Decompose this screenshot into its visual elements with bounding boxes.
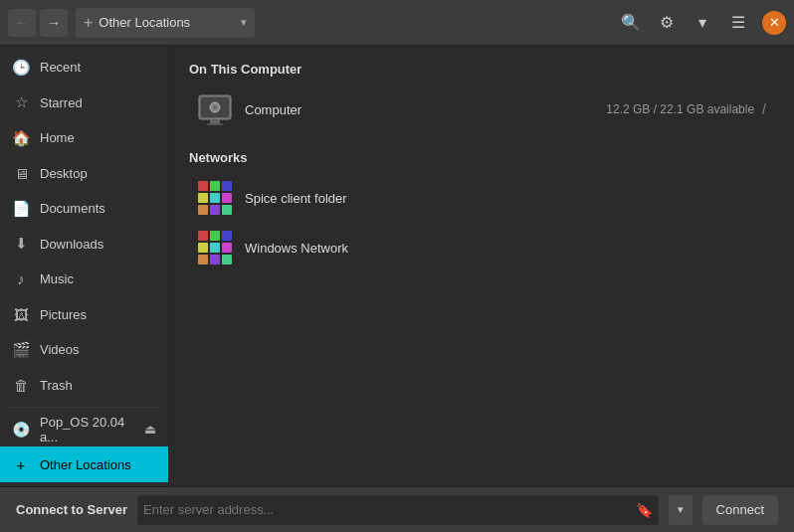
- location-label: Other Locations: [99, 15, 190, 30]
- spice-client-item[interactable]: Spice client folder: [189, 173, 774, 223]
- svg-rect-13: [210, 205, 220, 215]
- sidebar-item-documents[interactable]: 📄 Documents: [0, 191, 168, 227]
- location-bar[interactable]: + Other Locations ▾: [76, 8, 255, 38]
- sidebar-item-downloads[interactable]: ⬇ Downloads: [0, 227, 168, 263]
- svg-rect-23: [222, 255, 232, 265]
- svg-rect-7: [210, 181, 220, 191]
- sidebar-item-music[interactable]: ♪ Music: [0, 262, 168, 297]
- svg-rect-18: [198, 243, 208, 253]
- view-options-icon: ⚙: [660, 13, 674, 32]
- sidebar-label-videos: Videos: [40, 342, 80, 357]
- location-chevron-icon: ▾: [241, 16, 247, 29]
- view-options-button[interactable]: ⚙: [651, 7, 683, 39]
- connect-button[interactable]: Connect: [702, 495, 778, 525]
- svg-rect-12: [198, 205, 208, 215]
- sidebar-item-trash[interactable]: 🗑 Trash: [0, 368, 168, 404]
- windows-network-icon: [197, 230, 233, 266]
- sidebar-item-recent[interactable]: 🕒 Recent: [0, 50, 168, 86]
- other-locations-icon: +: [12, 456, 30, 473]
- sidebar-label-documents: Documents: [40, 201, 105, 216]
- svg-rect-10: [210, 193, 220, 203]
- svg-rect-22: [210, 255, 220, 265]
- hamburger-icon: ☰: [731, 13, 745, 32]
- connect-label: Connect to Server: [16, 502, 127, 517]
- svg-rect-19: [210, 243, 220, 253]
- svg-rect-8: [222, 181, 232, 191]
- svg-rect-21: [198, 255, 208, 265]
- videos-icon: 🎬: [12, 341, 30, 359]
- sidebar-label-trash: Trash: [40, 378, 73, 393]
- forward-button[interactable]: →: [40, 9, 68, 37]
- disk-icon: 💿: [12, 421, 30, 439]
- sidebar-item-other-locations[interactable]: + Other Locations: [0, 446, 168, 482]
- sidebar: 🕒 Recent ☆ Starred 🏠 Home 🖥 Desktop 📄 Do…: [0, 46, 169, 486]
- trash-icon: 🗑: [12, 377, 30, 394]
- sidebar-item-pictures[interactable]: 🖼 Pictures: [0, 297, 168, 333]
- connect-button-label: Connect: [716, 502, 764, 517]
- main-area: 🕒 Recent ☆ Starred 🏠 Home 🖥 Desktop 📄 Do…: [0, 46, 794, 486]
- computer-name: Computer: [245, 102, 301, 117]
- bookmark-icon[interactable]: 🔖: [636, 502, 653, 518]
- svg-rect-14: [222, 205, 232, 215]
- sidebar-label-other-locations: Other Locations: [40, 457, 131, 472]
- recent-icon: 🕒: [12, 59, 30, 77]
- forward-icon: →: [47, 15, 61, 31]
- pictures-icon: 🖼: [12, 306, 30, 323]
- svg-rect-5: [207, 123, 223, 125]
- connect-input-wrap: 🔖: [137, 495, 659, 525]
- sidebar-label-downloads: Downloads: [40, 237, 103, 252]
- home-icon: 🏠: [12, 129, 30, 147]
- windows-network-name: Windows Network: [245, 241, 348, 256]
- sidebar-item-pop-os[interactable]: 💿 Pop_OS 20.04 a... ⏏: [0, 412, 168, 447]
- sidebar-label-starred: Starred: [40, 95, 83, 110]
- music-icon: ♪: [12, 270, 30, 287]
- desktop-icon: 🖥: [12, 165, 30, 182]
- server-address-dropdown-button[interactable]: ▾: [669, 495, 693, 525]
- sidebar-label-pictures: Pictures: [40, 307, 87, 322]
- sidebar-item-videos[interactable]: 🎬 Videos: [0, 332, 168, 368]
- svg-rect-16: [210, 231, 220, 241]
- spice-name: Spice client folder: [245, 191, 347, 206]
- menu-button[interactable]: ☰: [722, 7, 754, 39]
- server-address-input[interactable]: [143, 502, 632, 517]
- svg-rect-9: [198, 193, 208, 203]
- computer-row: Computer 12.2 GB / 22.1 GB available /: [245, 101, 766, 117]
- back-icon: ←: [15, 15, 29, 31]
- search-button[interactable]: 🔍: [615, 7, 647, 39]
- content-area: On This Computer Computer 12.2 GB / 22.1…: [169, 46, 794, 486]
- sidebar-separator: [8, 407, 160, 408]
- sort-button[interactable]: ▾: [687, 7, 718, 39]
- new-tab-icon: +: [84, 14, 93, 32]
- sidebar-label-music: Music: [40, 271, 74, 286]
- downloads-icon: ⬇: [12, 235, 30, 253]
- svg-rect-20: [222, 243, 232, 253]
- sidebar-label-recent: Recent: [40, 60, 81, 75]
- computer-icon: [197, 91, 233, 127]
- svg-rect-15: [198, 231, 208, 241]
- sidebar-label-desktop: Desktop: [40, 166, 88, 181]
- svg-rect-6: [198, 181, 208, 191]
- chevron-down-icon: ▾: [698, 13, 706, 32]
- svg-point-3: [213, 105, 217, 109]
- networks-title: Networks: [189, 150, 774, 165]
- computer-arrow: /: [762, 101, 766, 117]
- star-icon: ☆: [12, 93, 30, 111]
- computer-meta: 12.2 GB / 22.1 GB available: [606, 102, 754, 116]
- svg-rect-17: [222, 231, 232, 241]
- documents-icon: 📄: [12, 200, 30, 218]
- sidebar-item-desktop[interactable]: 🖥 Desktop: [0, 156, 168, 192]
- svg-rect-11: [222, 193, 232, 203]
- sidebar-item-starred[interactable]: ☆ Starred: [0, 86, 168, 121]
- back-button[interactable]: ←: [8, 9, 36, 37]
- connect-bar: Connect to Server 🔖 ▾ Connect: [0, 486, 794, 532]
- windows-network-item[interactable]: Windows Network: [189, 223, 774, 272]
- sidebar-label-home: Home: [40, 130, 75, 145]
- sidebar-label-pop-os: Pop_OS 20.04 a...: [40, 415, 134, 444]
- computer-item[interactable]: Computer 12.2 GB / 22.1 GB available /: [189, 85, 774, 134]
- close-button[interactable]: ✕: [762, 11, 786, 35]
- sidebar-item-home[interactable]: 🏠 Home: [0, 120, 168, 156]
- close-icon: ✕: [769, 15, 780, 30]
- on-this-computer-title: On This Computer: [189, 62, 774, 77]
- svg-rect-4: [210, 120, 220, 123]
- eject-icon[interactable]: ⏏: [144, 422, 156, 437]
